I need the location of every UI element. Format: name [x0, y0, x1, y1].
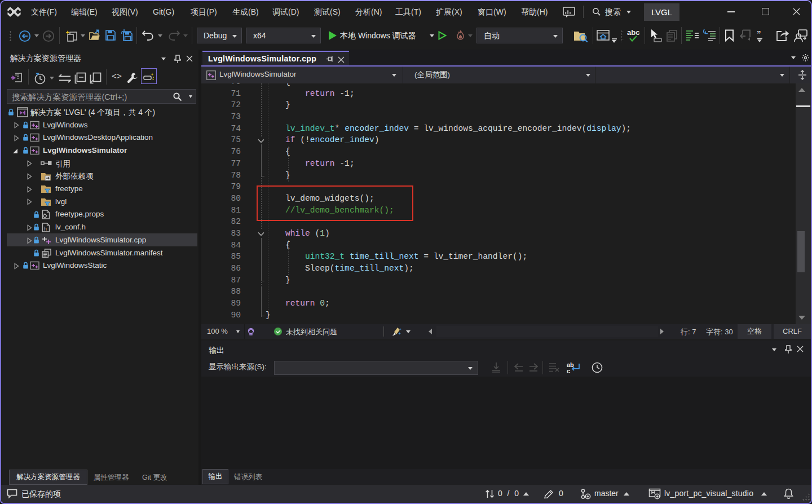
svg-text:c: c [567, 368, 570, 374]
svg-text:h: h [44, 226, 47, 232]
